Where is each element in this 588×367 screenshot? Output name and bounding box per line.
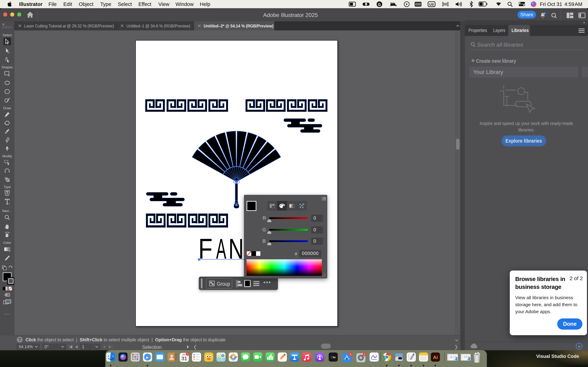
svg-text:N: N — [229, 233, 244, 265]
svg-text:A: A — [216, 233, 226, 265]
svg-text:tv: tv — [331, 356, 336, 359]
svg-text:31: 31 — [181, 355, 187, 361]
svg-text:US: US — [429, 3, 434, 6]
svg-text:4: 4 — [350, 353, 351, 356]
svg-text:1: 1 — [364, 353, 365, 356]
svg-text:Ai: Ai — [433, 355, 438, 360]
svg-text:F: F — [198, 233, 212, 265]
svg-text:1: 1 — [187, 353, 188, 355]
